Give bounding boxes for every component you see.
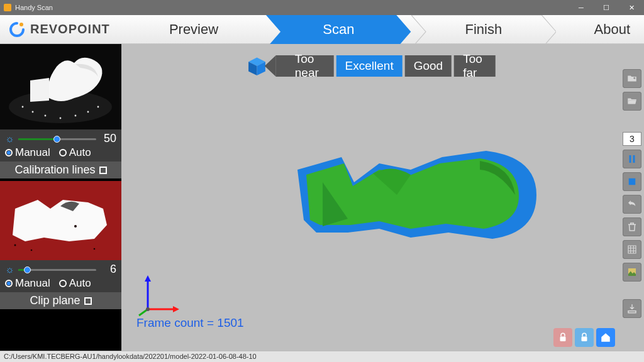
svg-point-16	[31, 250, 33, 251]
pause-button[interactable]	[623, 150, 641, 168]
svg-point-6	[32, 111, 34, 113]
svg-point-8	[60, 118, 62, 119]
distance-too-near: Too near	[276, 55, 334, 77]
svg-rect-27	[560, 337, 566, 342]
cube-icon	[246, 54, 267, 78]
svg-point-17	[94, 248, 96, 250]
depth-mode-manual[interactable]: Manual	[5, 277, 50, 290]
depth-value: 6	[100, 263, 116, 276]
frame-count: Frame count = 1501	[136, 316, 244, 331]
texture-button[interactable]	[623, 263, 641, 282]
nav-scan[interactable]: Scan	[266, 15, 411, 43]
svg-rect-28	[582, 337, 587, 342]
app-icon	[4, 4, 11, 11]
left-sidebar: ☼ 50 Manual Auto Calibration lines	[0, 44, 121, 351]
camera-panel: ☼ 50 Manual Auto Calibration lines	[0, 44, 121, 178]
window-title: Handy Scan	[15, 4, 53, 11]
exposure-mode-auto[interactable]: Auto	[59, 146, 91, 159]
clip-plane-row[interactable]: Clip plane	[0, 292, 121, 309]
exposure-slider[interactable]	[18, 134, 96, 143]
lock-blue-icon[interactable]	[575, 328, 594, 347]
svg-point-10	[87, 111, 89, 113]
clip-plane-checkbox[interactable]	[84, 297, 92, 305]
distance-good: Good	[405, 55, 452, 77]
svg-point-26	[146, 307, 150, 311]
svg-point-11	[22, 106, 24, 108]
viewport-corner-icons	[553, 328, 615, 347]
svg-marker-24	[173, 306, 179, 312]
brand-logo: REVOPOINT	[0, 15, 121, 43]
exposure-mode-row: Manual Auto	[0, 146, 121, 162]
delete-button[interactable]	[623, 217, 641, 236]
scan-viewport[interactable]: Too near Excellent Good Too far Frame co…	[121, 44, 620, 351]
depth-slider-row: ☼ 6	[0, 260, 121, 277]
depth-mode-auto[interactable]: Auto	[59, 277, 91, 290]
status-path: C:/Users/KMI.TECBERG-AU1/handylookdata/2…	[4, 353, 257, 360]
svg-point-7	[45, 115, 47, 117]
svg-rect-31	[629, 178, 636, 185]
status-bar: C:/Users/KMI.TECBERG-AU1/handylookdata/2…	[0, 351, 644, 362]
brand-name: REVOPOINT	[30, 22, 110, 36]
camera-preview	[0, 44, 121, 129]
new-folder-button[interactable]	[623, 69, 641, 88]
frame-counter-input[interactable]: 3	[623, 132, 641, 146]
calibration-checkbox[interactable]	[99, 167, 107, 174]
stop-button[interactable]	[623, 172, 641, 191]
home-icon[interactable]	[596, 328, 615, 347]
close-button[interactable]: ✕	[619, 0, 644, 15]
lock-red-icon[interactable]	[553, 328, 572, 347]
axis-gizmo	[136, 273, 180, 317]
export-button[interactable]	[623, 299, 641, 318]
minimize-button[interactable]: ─	[569, 0, 594, 15]
svg-point-15	[14, 244, 16, 246]
nav-about[interactable]: About	[556, 15, 644, 43]
maximize-button[interactable]: ☐	[594, 0, 619, 15]
depth-mode-row: Manual Auto	[0, 277, 121, 292]
distance-too-far: Too far	[454, 55, 496, 77]
undo-button[interactable]	[623, 195, 641, 214]
depth-slider[interactable]	[18, 265, 96, 274]
brightness-icon: ☼	[5, 264, 14, 275]
distance-excellent: Excellent	[336, 55, 402, 77]
right-toolbar: 3	[620, 44, 644, 351]
window-titlebar: Handy Scan ─ ☐ ✕	[0, 0, 644, 15]
open-folder-button[interactable]	[623, 92, 641, 111]
grid-button[interactable]	[623, 240, 641, 259]
calibration-lines-row[interactable]: Calibration lines	[0, 162, 121, 178]
main-area: ☼ 50 Manual Auto Calibration lines	[0, 44, 644, 351]
exposure-mode-manual[interactable]: Manual	[5, 146, 50, 159]
nav-finish[interactable]: Finish	[411, 15, 556, 43]
distance-segments: Too near Excellent Good Too far	[276, 55, 496, 77]
depth-panel: ☼ 6 Manual Auto Clip plane	[0, 181, 121, 309]
svg-marker-22	[145, 275, 151, 282]
depth-preview	[0, 181, 121, 260]
svg-point-12	[97, 106, 99, 108]
svg-rect-29	[630, 155, 631, 163]
exposure-slider-row: ☼ 50	[0, 129, 121, 146]
nav-preview[interactable]: Preview	[121, 15, 266, 43]
exposure-value: 50	[100, 132, 116, 145]
top-nav: REVOPOINT Preview Scan Finish About	[0, 15, 644, 44]
svg-point-9	[75, 115, 77, 117]
distance-indicator: Too near Excellent Good Too far	[246, 54, 496, 78]
svg-point-0	[19, 23, 23, 26]
logo-icon	[9, 21, 25, 38]
svg-point-14	[74, 225, 77, 228]
scan-model	[285, 126, 549, 264]
svg-rect-30	[633, 155, 635, 163]
brightness-icon: ☼	[5, 133, 14, 145]
